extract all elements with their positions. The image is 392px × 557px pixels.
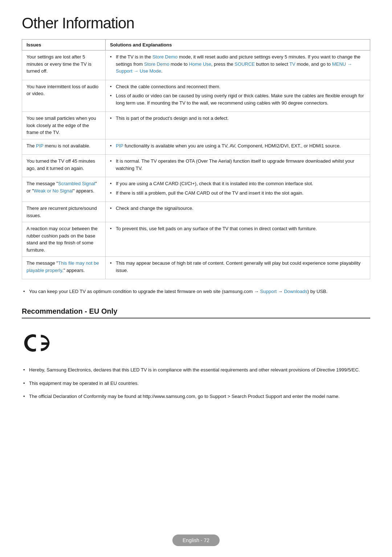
downloads-link[interactable]: Downloads	[284, 289, 307, 294]
pip-link[interactable]: PIP	[36, 143, 44, 149]
ce-mark	[22, 329, 54, 358]
ce-logo	[22, 329, 54, 357]
table-row: You see small particles when you look cl…	[22, 112, 370, 139]
solution-cell: This is part of the product's design and…	[106, 112, 370, 139]
info-table: Issues Solutions and Explanations Your s…	[22, 39, 370, 279]
table-row: Your settings are lost after 5 minutes o…	[22, 50, 370, 80]
issue-cell: You see small particles when you look cl…	[22, 112, 106, 139]
issue-cell: Your settings are lost after 5 minutes o…	[22, 50, 106, 80]
weak-signal-link[interactable]: Weak or No Signal	[34, 188, 73, 194]
support-link[interactable]: Support	[260, 289, 277, 294]
table-row: The message "This file may not be playab…	[22, 257, 370, 279]
page-footer: English - 72	[0, 534, 392, 546]
col-issues: Issues	[22, 40, 106, 50]
page-container: Other Information Issues Solutions and E…	[0, 0, 392, 435]
eu-bullet-list: Hereby, Samsung Electronics, declares th…	[22, 366, 370, 401]
solution-cell: It is normal. The TV operates the OTA (O…	[106, 155, 370, 177]
issue-cell: A reaction may occur between the rubber …	[22, 222, 106, 257]
solution-cell: Check the cable connections and reconnec…	[106, 80, 370, 112]
solution-cell: If the TV is in the Store Demo mode, it …	[106, 50, 370, 80]
scrambled-signal-link[interactable]: Scrambled Signal	[58, 181, 95, 186]
bottom-note: You can keep your LED TV as optimum cond…	[22, 288, 370, 296]
solution-cell: This may appear because of high bit rate…	[106, 257, 370, 279]
issue-cell: The message "This file may not be playab…	[22, 257, 106, 279]
table-row: The PIP menu is not available. PIP funct…	[22, 139, 370, 155]
home-use-link[interactable]: Home Use	[189, 61, 211, 67]
table-row: There are recurrent picture/sound issues…	[22, 202, 370, 222]
col-solutions: Solutions and Explanations	[106, 40, 370, 50]
solution-cell: To prevent this, use felt pads on any su…	[106, 222, 370, 257]
solution-cell: Check and change the signal/source.	[106, 202, 370, 222]
issue-cell: The message "Scrambled Signal" or "Weak …	[22, 177, 106, 202]
eu-bullet-item: Hereby, Samsung Electronics, declares th…	[22, 366, 370, 374]
tv-link[interactable]: TV	[289, 61, 295, 67]
page-number-badge: English - 72	[172, 534, 220, 546]
recommendation-title: Recommendation - EU Only	[22, 307, 370, 318]
source-link[interactable]: SOURCE	[234, 61, 255, 67]
store-demo-link2[interactable]: Store Demo	[144, 61, 169, 67]
table-row: You turned the TV off 45 minutes ago, an…	[22, 155, 370, 177]
solution-cell: If you are using a CAM CARD (CI/CI+), ch…	[106, 177, 370, 202]
store-demo-link[interactable]: Store Demo	[152, 54, 177, 60]
pip-link2[interactable]: PIP	[116, 143, 123, 149]
table-row: You have intermittent loss of audio or v…	[22, 80, 370, 112]
page-title: Other Information	[22, 15, 370, 32]
issue-cell: There are recurrent picture/sound issues…	[22, 202, 106, 222]
eu-bullet-item: The official Declaration of Conformity m…	[22, 393, 370, 401]
issue-cell: The PIP menu is not available.	[22, 139, 106, 155]
solution-cell: PIP functionality is available when you …	[106, 139, 370, 155]
eu-bullet-item: This equipment may be operated in all EU…	[22, 380, 370, 387]
file-may-link[interactable]: This file may not be playable properly	[26, 260, 99, 273]
table-row: The message "Scrambled Signal" or "Weak …	[22, 177, 370, 202]
table-row: A reaction may occur between the rubber …	[22, 222, 370, 257]
issue-cell: You turned the TV off 45 minutes ago, an…	[22, 155, 106, 177]
recommendation-section: Recommendation - EU Only Hereby, Samsung…	[22, 307, 370, 401]
issue-cell: You have intermittent loss of audio or v…	[22, 80, 106, 112]
